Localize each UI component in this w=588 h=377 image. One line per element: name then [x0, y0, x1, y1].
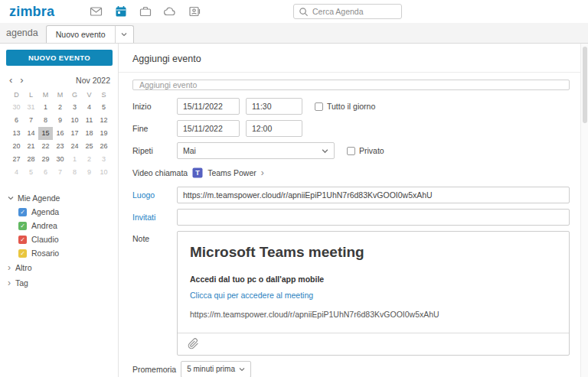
minical-day[interactable]: 6 [9, 114, 24, 127]
minical-day[interactable]: 10 [96, 166, 111, 179]
minical-day[interactable]: 21 [24, 140, 38, 153]
minical-day[interactable]: 11 [82, 114, 96, 127]
event-fields: Inizio Tutto il giorno Fine Ripeti [132, 98, 570, 377]
paperclip-icon[interactable] [185, 337, 201, 349]
altro-toggle[interactable]: › Altro [0, 260, 118, 275]
minical-day[interactable]: 30 [9, 101, 24, 114]
minical-day[interactable]: 4 [9, 166, 24, 179]
briefcase-icon[interactable] [139, 5, 152, 18]
app-label-agenda[interactable]: agenda [6, 23, 38, 43]
cloud-icon[interactable] [163, 5, 176, 18]
privato-option[interactable]: Privato [347, 146, 384, 155]
minical-day[interactable]: 4 [82, 101, 96, 114]
calendar-checkbox[interactable]: ✓ [18, 249, 27, 258]
minical-day[interactable]: 7 [24, 114, 38, 127]
tag-label: Tag [15, 278, 28, 288]
minical-day[interactable]: 26 [96, 140, 111, 153]
minical-day[interactable]: 31 [24, 101, 38, 114]
row-ripeti: Ripeti Mai Privato [132, 142, 570, 159]
minical-day[interactable]: 29 [38, 153, 53, 166]
row-invitati: Invitati [132, 209, 570, 226]
minical-day[interactable]: 3 [67, 101, 82, 114]
meeting-link[interactable]: Clicca qui per accedere al meeting [190, 291, 557, 300]
search-input[interactable] [312, 7, 397, 16]
invitati-input[interactable] [177, 209, 570, 226]
minical-day[interactable]: 1 [67, 153, 82, 166]
invitati-label[interactable]: Invitati [132, 213, 172, 222]
mie-agende-toggle[interactable]: Mie Agende [0, 191, 118, 205]
minical-day[interactable]: 5 [24, 166, 38, 179]
note-toolbar [178, 333, 569, 355]
privato-checkbox[interactable] [347, 147, 355, 155]
row-promemoria: Promemoria 5 minuti prima [132, 361, 570, 377]
ripeti-select[interactable]: Mai [177, 142, 335, 159]
calendar-item-agenda[interactable]: ✓Agenda [0, 205, 118, 219]
calendar-item-andrea[interactable]: ✓Andrea [0, 219, 118, 232]
minical-day[interactable]: 16 [53, 127, 67, 140]
inizio-time-input[interactable] [246, 98, 302, 115]
search-box[interactable] [293, 4, 402, 19]
calendar-item-claudio[interactable]: ✓Claudio [0, 232, 118, 246]
chevron-down-icon [239, 366, 245, 372]
minical-day[interactable]: 22 [38, 140, 53, 153]
minical-day[interactable]: 9 [53, 114, 67, 127]
minical-day[interactable]: 23 [53, 140, 67, 153]
minical-day[interactable]: 5 [96, 101, 111, 114]
svg-text:T: T [195, 169, 200, 177]
prev-month-button[interactable]: ‹ [9, 75, 12, 85]
tutto-il-giorno-checkbox[interactable] [315, 102, 323, 111]
minical-day[interactable]: 1 [38, 101, 53, 114]
minical-day[interactable]: 10 [67, 114, 82, 127]
teams-power-selector[interactable]: T Teams Power › [192, 167, 264, 178]
next-month-button[interactable]: › [20, 75, 23, 85]
note-editor[interactable]: Microsoft Teams meeting Accedi dal tuo p… [177, 231, 570, 356]
calendar-item-rosario[interactable]: ✓Rosario [0, 246, 118, 260]
event-title-input[interactable] [132, 80, 570, 90]
minical-day[interactable]: 8 [67, 166, 82, 179]
minical-day[interactable]: 2 [53, 101, 67, 114]
minical-day[interactable]: 6 [38, 166, 53, 179]
tab-dropdown-button[interactable] [115, 26, 133, 43]
minical-day[interactable]: 20 [9, 140, 24, 153]
note-body[interactable]: Microsoft Teams meeting Accedi dal tuo p… [178, 232, 569, 333]
minical-day[interactable]: 14 [24, 127, 38, 140]
contacts-icon[interactable] [188, 5, 201, 18]
minical-day[interactable]: 25 [82, 140, 96, 153]
calendar-icon[interactable] [114, 5, 127, 18]
scrollbar[interactable] [580, 44, 588, 377]
ripeti-label: Ripeti [132, 146, 172, 155]
minical-day[interactable]: 24 [67, 140, 82, 153]
tutto-il-giorno-option[interactable]: Tutto il giorno [315, 102, 375, 111]
promemoria-select[interactable]: 5 minuti prima [181, 361, 251, 377]
fine-date-input[interactable] [177, 120, 240, 137]
minical-day[interactable]: 19 [96, 127, 111, 140]
minical-day[interactable]: 17 [67, 127, 82, 140]
tab-nuovo-evento[interactable]: Nuovo evento [47, 26, 115, 43]
minical-day[interactable]: 3 [96, 153, 111, 166]
minical-day[interactable]: 28 [24, 153, 38, 166]
luogo-label[interactable]: Luogo [132, 190, 172, 200]
minical-day[interactable]: 12 [96, 114, 111, 127]
calendar-checkbox[interactable]: ✓ [18, 222, 27, 230]
minical-day[interactable]: 2 [82, 153, 96, 166]
tag-toggle[interactable]: › Tag [0, 275, 118, 291]
minical-day[interactable]: 13 [9, 127, 24, 140]
minical-day[interactable]: 8 [38, 114, 53, 127]
minical-day[interactable]: 18 [82, 127, 96, 140]
new-event-button[interactable]: NUOVO EVENTO [6, 50, 113, 66]
minical-day[interactable]: 27 [9, 153, 24, 166]
minical-day[interactable]: 9 [82, 166, 96, 179]
note-heading: Microsoft Teams meeting [190, 244, 557, 261]
scrollbar-thumb[interactable] [583, 47, 587, 123]
minical-day[interactable]: 30 [53, 153, 67, 166]
mail-icon[interactable] [90, 5, 103, 18]
calendar-checkbox[interactable]: ✓ [18, 236, 27, 244]
luogo-input[interactable] [177, 187, 570, 203]
minical-day-selected[interactable]: 15 [38, 127, 53, 140]
minical-day[interactable]: 7 [53, 166, 67, 179]
inizio-date-input[interactable] [177, 98, 240, 115]
fine-time-input[interactable] [246, 120, 302, 137]
chevron-down-icon [121, 31, 127, 37]
event-form: Aggiungi evento Inizio Tutto il giorno F… [119, 44, 588, 377]
calendar-checkbox[interactable]: ✓ [18, 208, 27, 216]
